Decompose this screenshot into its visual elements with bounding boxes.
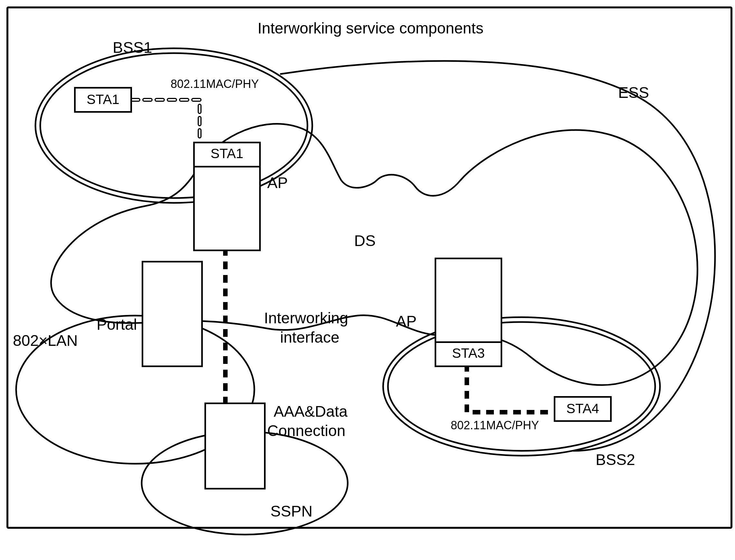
aaa-label-2: Connection xyxy=(267,422,346,440)
ess-label: ESS xyxy=(618,84,649,101)
ap2-box: STA3 xyxy=(434,258,502,367)
ess-curve xyxy=(280,61,715,451)
ds-label: DS xyxy=(354,232,376,250)
sta1-box: STA1 xyxy=(74,87,132,113)
portal-label: Portal xyxy=(97,316,137,333)
macphy2-label: 802.11MAC/PHY xyxy=(451,419,539,432)
interworking-label-2: interface xyxy=(280,328,339,346)
lan-label: 802×LAN xyxy=(13,332,78,349)
link-sta1-ap xyxy=(132,100,200,142)
diagram-title: Interworking service components xyxy=(258,19,483,37)
ap1-sta-label: STA1 xyxy=(195,143,259,167)
sspn-label: SSPN xyxy=(271,502,313,520)
link-sta3-sta4 xyxy=(467,364,554,412)
macphy1-label: 802.11MAC/PHY xyxy=(171,77,259,91)
diagram-stage: Interworking service components BSS1 ESS… xyxy=(0,0,735,560)
bss1-label: BSS1 xyxy=(113,39,152,56)
ap1-label: AP xyxy=(267,174,288,192)
bss2-outer-ellipse xyxy=(383,317,660,456)
sta4-box: STA4 xyxy=(554,396,612,422)
aaa-box xyxy=(205,403,266,489)
sta1-label: STA1 xyxy=(76,89,130,107)
portal-box xyxy=(142,261,203,367)
bss2-label: BSS2 xyxy=(596,451,635,469)
interworking-label-1: Interworking xyxy=(264,309,348,327)
ap2-label: AP xyxy=(396,312,416,330)
sta4-label: STA4 xyxy=(555,398,610,416)
aaa-label-1: AAA&Data xyxy=(274,403,348,420)
ap1-box: STA1 xyxy=(193,142,261,251)
ap2-sta-label: STA3 xyxy=(436,341,501,365)
